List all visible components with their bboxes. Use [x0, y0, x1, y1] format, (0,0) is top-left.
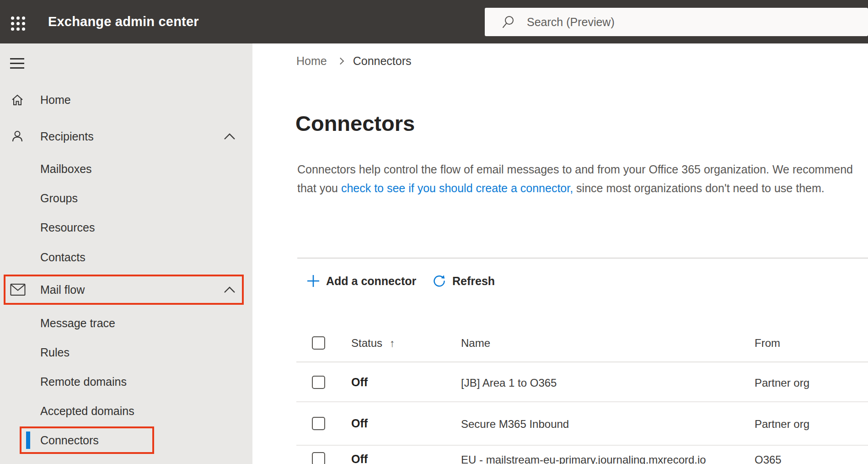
page-title: Connectors: [295, 110, 415, 137]
refresh-icon: [432, 274, 446, 288]
status-cell: Off: [351, 417, 368, 430]
search-box[interactable]: [485, 8, 868, 36]
select-all-checkbox[interactable]: [312, 336, 325, 350]
app-launcher-button[interactable]: [8, 14, 27, 33]
sidebar-item-label: Mail flow: [40, 283, 85, 297]
waffle-icon: [11, 16, 25, 31]
sidebar-item-label: Recipients: [40, 130, 94, 143]
chevron-up-icon[interactable]: [224, 133, 236, 140]
from-cell: O365: [755, 453, 782, 464]
sidebar-item-contacts[interactable]: Contacts: [0, 243, 252, 272]
sidebar-item-groups[interactable]: Groups: [0, 183, 252, 213]
topbar: Exchange admin center: [0, 0, 868, 43]
main-content: Home Connectors Connectors Connectors he…: [252, 43, 868, 464]
row-checkbox[interactable]: [312, 452, 325, 464]
sidebar-item-home[interactable]: Home: [0, 85, 252, 114]
sidebar-item-label: Rules: [40, 346, 70, 359]
create-connector-link[interactable]: check to see if you should create a conn…: [341, 182, 573, 194]
sidebar-item-message-trace[interactable]: Message trace: [0, 308, 252, 338]
sidebar-item-mailboxes[interactable]: Mailboxes: [0, 154, 252, 183]
sidebar-item-label: Message trace: [40, 317, 115, 330]
table-header-divider: [296, 361, 868, 362]
column-header-from[interactable]: From: [755, 337, 780, 350]
breadcrumb-home-link[interactable]: Home: [296, 54, 327, 68]
breadcrumb: Home Connectors: [296, 52, 412, 70]
sidebar-item-rules[interactable]: Rules: [0, 338, 252, 367]
row-checkbox[interactable]: [312, 376, 325, 389]
add-connector-button[interactable]: Add a connector: [306, 271, 416, 291]
sidebar-item-label: Accepted domains: [40, 405, 134, 418]
sidebar-item-label: Groups: [40, 192, 78, 205]
column-header-name[interactable]: Name: [461, 337, 490, 350]
refresh-button[interactable]: Refresh: [432, 271, 495, 291]
selected-indicator: [26, 432, 30, 449]
plus-icon: [306, 274, 320, 288]
from-cell: Partner org: [755, 377, 809, 389]
hamburger-icon: [10, 58, 24, 59]
refresh-label: Refresh: [452, 275, 495, 288]
row-divider: [296, 401, 868, 402]
sidebar-item-label: Mailboxes: [40, 162, 92, 176]
column-header-status[interactable]: Status↑: [351, 337, 395, 350]
search-input[interactable]: [485, 8, 868, 36]
description-text: since most organizations don't need to u…: [573, 182, 825, 194]
sidebar-item-label: Home: [40, 93, 71, 107]
name-cell: [JB] Area 1 to O365: [461, 377, 557, 389]
sidebar-item-label: Contacts: [40, 251, 86, 264]
add-connector-label: Add a connector: [326, 275, 416, 288]
breadcrumb-current: Connectors: [353, 54, 412, 68]
sidebar-item-remote-domains[interactable]: Remote domains: [0, 367, 252, 396]
mail-icon: [10, 284, 26, 296]
sidebar-item-resources[interactable]: Resources: [0, 213, 252, 242]
name-cell: EU - mailstream-eu-primary.journaling.mx…: [461, 453, 706, 464]
sidebar-item-label: Resources: [40, 221, 95, 234]
chevron-up-icon[interactable]: [224, 286, 236, 293]
breadcrumb-chevron-icon: [337, 57, 344, 65]
toolbar-divider: [297, 258, 868, 259]
sidebar-item-label: Connectors: [40, 434, 99, 447]
status-cell: Off: [351, 376, 368, 389]
app-title: Exchange admin center: [48, 0, 199, 43]
menu-toggle-button[interactable]: [10, 58, 24, 69]
sidebar-item-accepted-domains[interactable]: Accepted domains: [0, 396, 252, 426]
sidebar-item-connectors[interactable]: Connectors: [0, 426, 252, 455]
status-cell: Off: [351, 453, 368, 464]
sidebar: Home Recipients Mailboxes Groups Resourc…: [0, 43, 252, 464]
page-description: Connectors help control the flow of emai…: [297, 160, 854, 197]
sidebar-item-mail-flow[interactable]: Mail flow: [0, 275, 252, 304]
person-icon: [10, 129, 25, 144]
sidebar-item-recipients[interactable]: Recipients: [0, 122, 252, 151]
row-checkbox[interactable]: [312, 417, 325, 430]
row-divider: [296, 445, 868, 446]
sidebar-item-label: Remote domains: [40, 375, 127, 388]
home-icon: [10, 92, 25, 107]
from-cell: Partner org: [755, 418, 809, 431]
name-cell: Secure M365 Inbound: [461, 418, 569, 431]
sort-ascending-icon: ↑: [390, 337, 395, 349]
